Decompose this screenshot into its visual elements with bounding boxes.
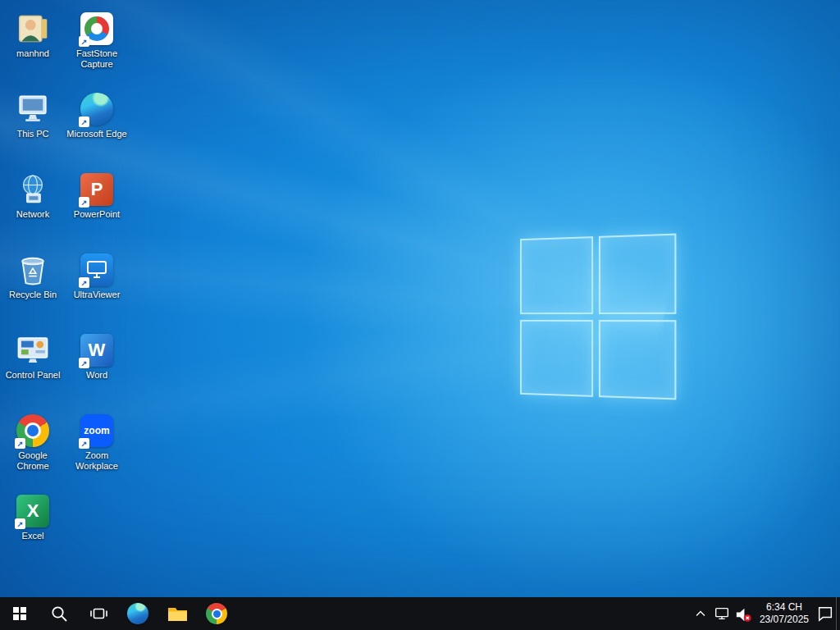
desktop-icon-google-chrome[interactable]: ↗ Google Chrome [1, 409, 65, 489]
desktop-icon-label: Word [86, 370, 107, 381]
desktop-icon-label: Zoom Workplace [66, 450, 128, 472]
desktop-icon-label: Control Panel [6, 370, 61, 381]
desktop-icon-label: Google Chrome [2, 450, 64, 472]
volume-muted-icon [733, 605, 752, 623]
desktop-icon-column-1: manhnd This PC [1, 7, 65, 569]
taskbar: 6:34 CH 23/07/2025 [0, 597, 840, 630]
clock-date: 23/07/2025 [760, 614, 809, 626]
taskbar-chrome-button[interactable] [197, 597, 236, 630]
faststone-icon: ↗ [80, 11, 114, 46]
start-button[interactable] [0, 597, 39, 630]
windows-logo-pane [520, 319, 593, 396]
desktop-icon-faststone-capture[interactable]: ↗ FastStone Capture [65, 7, 129, 87]
desktop-icon-column-2: ↗ FastStone Capture ↗ Microsoft Edge P ↗… [65, 7, 129, 489]
windows-logo-pane [520, 236, 593, 313]
shortcut-arrow-icon: ↗ [79, 116, 89, 127]
control-panel-icon [16, 333, 50, 368]
windows-desktop: manhnd This PC [0, 0, 840, 630]
user-folder-icon [16, 12, 49, 45]
desktop-icon-label: Microsoft Edge [66, 129, 126, 139]
action-center-button[interactable] [815, 597, 836, 630]
monitor-icon [16, 93, 50, 126]
desktop-icon-control-panel[interactable]: Control Panel [1, 328, 65, 409]
show-desktop-button[interactable] [836, 597, 840, 630]
desktop-icon-network[interactable]: Network [1, 167, 65, 248]
shortcut-arrow-icon: ↗ [15, 438, 25, 449]
tray-volume-button[interactable] [733, 597, 754, 630]
desktop-icon-label: Network [16, 209, 49, 220]
zoom-icon: zoom ↗ [80, 413, 114, 448]
chrome-icon [206, 603, 227, 624]
taskbar-file-explorer-button[interactable] [158, 597, 197, 630]
desktop-icon-label: PowerPoint [74, 209, 120, 220]
taskbar-edge-button[interactable] [118, 597, 158, 630]
tray-chevron-button[interactable] [690, 597, 711, 630]
powerpoint-icon: P ↗ [80, 172, 114, 207]
desktop-icon-label: manhnd [16, 48, 49, 59]
windows-logo-pane [598, 320, 676, 400]
desktop-icon-zoom-workplace[interactable]: zoom ↗ Zoom Workplace [65, 409, 129, 489]
globe-monitor-icon [16, 173, 49, 206]
desktop-icon-label: UltraViewer [74, 290, 121, 300]
desktop-icon-ultraviewer[interactable]: ↗ UltraViewer [65, 248, 129, 328]
chevron-up-icon [693, 606, 708, 621]
this-pc-icon [16, 92, 50, 126]
taskbar-empty-area [236, 597, 690, 630]
search-icon [49, 604, 69, 623]
tray-network-button[interactable] [711, 597, 733, 630]
task-view-icon [89, 604, 109, 623]
shortcut-arrow-icon: ↗ [79, 197, 89, 208]
tray-clock[interactable]: 6:34 CH 23/07/2025 [754, 597, 815, 630]
network-icon [16, 172, 50, 207]
desktop-icon-label: This PC [16, 129, 48, 139]
desktop-icon-word[interactable]: W ↗ Word [65, 328, 129, 409]
desktop-icon-recycle-bin[interactable]: Recycle Bin [1, 248, 65, 328]
shortcut-arrow-icon: ↗ [79, 36, 89, 47]
search-button[interactable] [39, 597, 79, 630]
network-status-icon [713, 605, 731, 623]
word-icon: W ↗ [80, 333, 114, 368]
monitor-icon [86, 260, 107, 280]
ultraviewer-icon: ↗ [80, 253, 114, 287]
shortcut-arrow-icon: ↗ [79, 358, 89, 368]
edge-icon: ↗ [80, 92, 114, 126]
file-explorer-icon [167, 604, 189, 623]
desktop-icon-this-pc[interactable]: This PC [1, 87, 65, 167]
chrome-icon: ↗ [16, 413, 50, 448]
desktop-icon-label: Recycle Bin [9, 290, 57, 300]
clock-time: 6:34 CH [766, 601, 802, 614]
task-view-button[interactable] [79, 597, 118, 630]
recycle-bin-icon [16, 253, 50, 287]
edge-icon [127, 603, 148, 624]
recycle-bin-icon [17, 253, 48, 287]
desktop-icon-manhnd[interactable]: manhnd [1, 7, 65, 87]
control-panel-icon [16, 334, 50, 367]
windows-logo-pane [598, 234, 676, 314]
desktop-icon-excel[interactable]: X ↗ Excel [1, 489, 65, 569]
windows-start-icon [13, 607, 27, 621]
excel-icon: X ↗ [16, 494, 50, 528]
desktop-icon-label: FastStone Capture [66, 48, 128, 70]
desktop-icon-label: Excel [22, 531, 44, 541]
shortcut-arrow-icon: ↗ [79, 277, 89, 288]
user-folder-icon [16, 11, 50, 46]
action-center-icon [816, 605, 834, 623]
shortcut-arrow-icon: ↗ [15, 518, 25, 529]
windows-logo [520, 234, 676, 400]
desktop-icon-microsoft-edge[interactable]: ↗ Microsoft Edge [65, 87, 129, 167]
desktop-icon-powerpoint[interactable]: P ↗ PowerPoint [65, 167, 129, 248]
shortcut-arrow-icon: ↗ [79, 438, 89, 449]
